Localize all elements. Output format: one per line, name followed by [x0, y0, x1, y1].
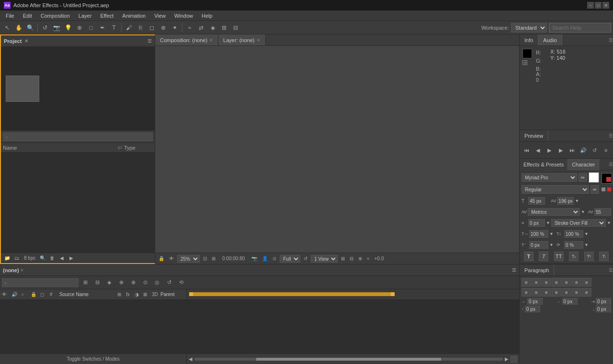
viewer-extra2[interactable]: ⊕: [357, 256, 363, 261]
para-btn6[interactable]: ≡: [572, 288, 581, 297]
align-justify4-btn[interactable]: ≡: [582, 278, 591, 287]
timeline-menu[interactable]: ☰: [512, 267, 516, 273]
tool-light[interactable]: 💡: [63, 22, 73, 33]
tl-btn2[interactable]: ⊟: [92, 277, 102, 288]
new-folder-btn[interactable]: 📁: [3, 254, 11, 263]
tool-extra5[interactable]: ⊟: [230, 22, 241, 33]
track-scroll-thumb[interactable]: [511, 356, 517, 363]
menu-file[interactable]: File: [2, 12, 18, 20]
preview-tab[interactable]: Preview: [520, 130, 548, 141]
baseline-down[interactable]: ▼: [549, 243, 554, 247]
close-button[interactable]: ✕: [602, 2, 609, 9]
align-left-btn[interactable]: ≡: [522, 278, 531, 287]
project-panel-menu[interactable]: ☰: [148, 38, 152, 44]
tool-extra2[interactable]: ⇄: [196, 22, 206, 33]
tl-btn3[interactable]: ◈: [104, 277, 114, 288]
layer-tab-close[interactable]: ✕: [257, 38, 261, 43]
tool-text[interactable]: T: [109, 22, 119, 33]
menu-window[interactable]: Window: [170, 12, 197, 20]
maximize-button[interactable]: □: [595, 2, 602, 9]
style-edit-btn[interactable]: ✏: [590, 185, 599, 194]
preview-play[interactable]: ▶: [544, 145, 555, 155]
paragraph-menu[interactable]: ☰: [609, 267, 613, 273]
composition-tab[interactable]: Composition: (none) ✕: [155, 34, 218, 45]
layer-tab[interactable]: Layer: (none) ✕: [218, 34, 265, 45]
tl-btn4[interactable]: ⊕: [116, 277, 126, 288]
tool-zoom[interactable]: 🔍: [25, 22, 35, 33]
tl-btn6[interactable]: ⊙: [140, 277, 150, 288]
viewer-grid[interactable]: ⊞: [210, 256, 217, 261]
search-help-input[interactable]: [549, 23, 611, 33]
track-zoom-in[interactable]: ▶: [505, 356, 509, 362]
effects-panel-menu[interactable]: ☰: [609, 162, 613, 167]
tool-pen[interactable]: ✒: [97, 22, 108, 33]
small-caps-btn[interactable]: Tₛ: [569, 252, 579, 261]
viewer-user[interactable]: 👤: [261, 256, 269, 261]
fill-color-swatch[interactable]: [589, 172, 599, 183]
tl-btn1[interactable]: ⊞: [80, 277, 91, 288]
audio-tab[interactable]: Audio: [538, 34, 562, 45]
track-zoom-out[interactable]: ◀: [189, 356, 193, 362]
effects-presets-tab[interactable]: Effects & Presets: [520, 159, 568, 170]
space-before-input[interactable]: [525, 306, 540, 312]
preview-audio[interactable]: 🔊: [578, 145, 589, 155]
nav-next[interactable]: ▶: [67, 254, 76, 263]
preview-first[interactable]: ⏮: [522, 145, 532, 155]
views-dropdown[interactable]: 1 View: [311, 255, 338, 263]
menu-layer[interactable]: Layer: [75, 12, 96, 20]
menu-help[interactable]: Help: [198, 12, 216, 20]
tl-btn9[interactable]: ⟲: [176, 277, 186, 288]
preview-prev-frame[interactable]: ◀: [533, 145, 544, 155]
superscript-btn[interactable]: T¹: [584, 252, 594, 261]
tool-clone[interactable]: ⎘: [135, 22, 146, 33]
align-justify2-btn[interactable]: ≡: [562, 278, 571, 287]
faux-italic-btn[interactable]: T: [539, 252, 548, 261]
viewer-fit[interactable]: ⊡: [202, 256, 208, 261]
info-tab[interactable]: Info: [520, 34, 538, 45]
project-search-input[interactable]: [3, 132, 153, 141]
para-btn1[interactable]: ≡: [522, 288, 531, 297]
indent-first-input[interactable]: [596, 298, 611, 305]
tool-extra1[interactable]: ≈: [184, 22, 195, 33]
align-right-btn[interactable]: ≡: [542, 278, 551, 287]
para-btn4[interactable]: ≡: [552, 288, 561, 297]
tool-select[interactable]: ↖: [2, 22, 12, 33]
character-tab[interactable]: Character: [568, 159, 599, 170]
stroke-width-down[interactable]: ▼: [546, 221, 550, 225]
font-edit-btn[interactable]: ✏: [579, 173, 587, 182]
find-btn[interactable]: 🔍: [38, 254, 47, 263]
font-size-input[interactable]: [528, 197, 545, 205]
viewer-lock[interactable]: 🔒: [157, 256, 166, 261]
tool-roto[interactable]: ⊗: [158, 22, 169, 33]
project-panel-close[interactable]: ✕: [24, 38, 28, 44]
tl-btn7[interactable]: ◎: [152, 277, 162, 288]
preview-loop[interactable]: ↺: [590, 145, 600, 155]
tool-anchor[interactable]: ⊕: [74, 22, 85, 33]
subscript-btn[interactable]: Tᵢ: [599, 252, 609, 261]
para-btn3[interactable]: ≡: [542, 288, 551, 297]
tool-hand[interactable]: ✋: [13, 22, 24, 33]
indent-left-input[interactable]: [527, 298, 543, 305]
preview-options[interactable]: ≡: [601, 145, 611, 155]
viewer-safe[interactable]: ⊙: [271, 256, 278, 261]
menu-animation[interactable]: Animation: [118, 12, 149, 20]
menu-view[interactable]: View: [150, 12, 170, 20]
stroke-width-input[interactable]: [528, 219, 545, 227]
composition-tab-close[interactable]: ✕: [209, 38, 213, 43]
menu-effect[interactable]: Effect: [96, 12, 117, 20]
tsx-down[interactable]: ▼: [549, 232, 554, 236]
track-zoom-bar[interactable]: [194, 358, 503, 361]
zoom-dropdown[interactable]: 25%: [177, 255, 200, 263]
para-btn5[interactable]: ≡: [562, 288, 571, 297]
tsy-input[interactable]: [564, 230, 583, 238]
viewer-always-preview[interactable]: 👁: [168, 256, 175, 261]
tool-camera[interactable]: 📷: [51, 22, 62, 33]
tool-puppet[interactable]: ✦: [170, 22, 180, 33]
tsrot-down[interactable]: ▼: [584, 243, 589, 247]
viewer-camera[interactable]: 📷: [250, 256, 259, 261]
delete-btn[interactable]: 🗑: [48, 254, 57, 263]
para-btn7[interactable]: ≡: [582, 288, 591, 297]
viewer-extra3[interactable]: ≈: [365, 256, 371, 261]
viewer-refresh[interactable]: ↺: [302, 256, 309, 261]
viewer-extra1[interactable]: ⊟: [348, 256, 355, 261]
